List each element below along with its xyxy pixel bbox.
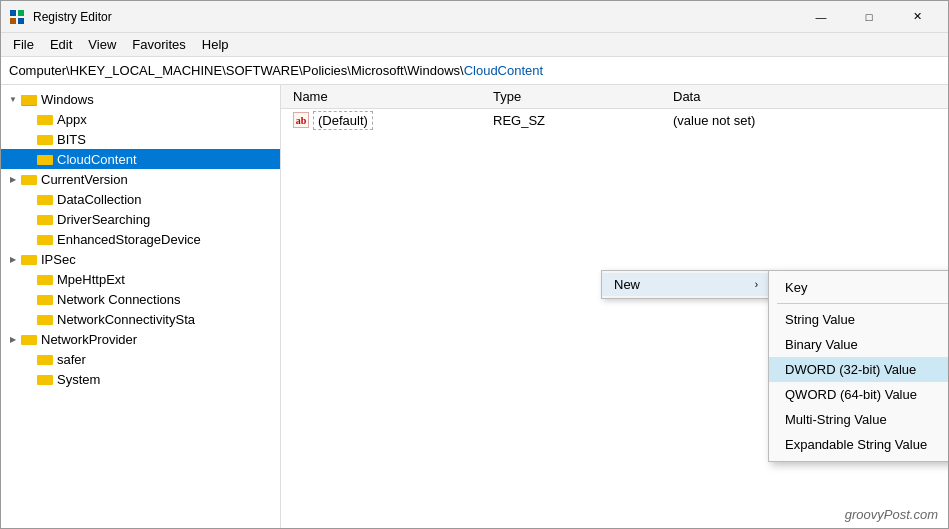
expand-arrow-enhancedstoragedevice [21, 231, 37, 247]
tree-label-safer: safer [57, 352, 86, 367]
col-header-name: Name [285, 89, 485, 104]
window-controls: — □ ✕ [798, 2, 940, 32]
svg-rect-0 [10, 10, 16, 16]
tree-item-currentversion[interactable]: CurrentVersion [1, 169, 280, 189]
expand-arrow-mpehttpext [21, 271, 37, 287]
svg-rect-12 [37, 215, 53, 225]
submenu-item-multi-string[interactable]: Multi-String Value [769, 407, 948, 432]
expand-arrow-windows[interactable] [5, 91, 21, 107]
tree-label-windows: Windows [41, 92, 94, 107]
tree-label-datacollection: DataCollection [57, 192, 142, 207]
submenu-item-string-value[interactable]: String Value [769, 307, 948, 332]
tree-item-networkconnectivitysta[interactable]: NetworkConnectivitySta [1, 309, 280, 329]
expand-arrow-datacollection [21, 191, 37, 207]
tree-item-driversearching[interactable]: DriverSearching [1, 209, 280, 229]
svg-rect-17 [37, 315, 53, 325]
svg-rect-11 [37, 195, 53, 205]
menu-favorites[interactable]: Favorites [124, 35, 193, 54]
svg-rect-3 [18, 18, 24, 24]
minimize-button[interactable]: — [798, 2, 844, 32]
tree-item-windows[interactable]: Windows [1, 89, 280, 109]
submenu-item-key[interactable]: Key [769, 275, 948, 300]
svg-rect-8 [37, 135, 53, 145]
submenu-divider-1 [777, 303, 948, 304]
svg-rect-18 [21, 335, 37, 345]
list-row-default[interactable]: ab (Default) REG_SZ (value not set) [281, 109, 948, 131]
col-header-type: Type [485, 89, 665, 104]
close-button[interactable]: ✕ [894, 2, 940, 32]
svg-rect-2 [10, 18, 16, 24]
window-title: Registry Editor [33, 10, 798, 24]
tree-label-networkconnections: Network Connections [57, 292, 181, 307]
address-path-prefix: Computer\HKEY_LOCAL_MACHINE\SOFTWARE\Pol… [9, 63, 464, 78]
tree-label-bits: BITS [57, 132, 86, 147]
tree-item-cloudcontent[interactable]: CloudContent [1, 149, 280, 169]
expand-arrow-currentversion[interactable] [5, 171, 21, 187]
tree-item-system[interactable]: System [1, 369, 280, 389]
tree-item-bits[interactable]: BITS [1, 129, 280, 149]
registry-editor-window: Registry Editor — □ ✕ File Edit View Fav… [0, 0, 949, 529]
expand-arrow-cloudcontent [21, 151, 37, 167]
expand-arrow-system [21, 371, 37, 387]
tree-label-appx: Appx [57, 112, 87, 127]
menu-view[interactable]: View [80, 35, 124, 54]
new-submenu-trigger[interactable]: New › [601, 270, 771, 299]
submenu-item-binary-value[interactable]: Binary Value [769, 332, 948, 357]
default-value-data: (value not set) [665, 113, 944, 128]
tree-label-enhancedstoragedevice: EnhancedStorageDevice [57, 232, 201, 247]
maximize-button[interactable]: □ [846, 2, 892, 32]
expand-arrow-bits [21, 131, 37, 147]
tree-label-currentversion: CurrentVersion [41, 172, 128, 187]
tree-item-safer[interactable]: safer [1, 349, 280, 369]
svg-rect-13 [37, 235, 53, 245]
tree-label-ipsec: IPSec [41, 252, 76, 267]
menu-bar: File Edit View Favorites Help [1, 33, 948, 57]
app-icon [9, 9, 25, 25]
menu-edit[interactable]: Edit [42, 35, 80, 54]
tree-item-ipsec[interactable]: IPSec [1, 249, 280, 269]
submenu-item-dword-value[interactable]: DWORD (32-bit) Value [769, 357, 948, 382]
submenu-item-expandable-string[interactable]: Expandable String Value [769, 432, 948, 457]
default-value-name: (Default) [313, 111, 373, 130]
right-panel: Name Type Data ab (Default) REG_SZ (valu… [281, 85, 948, 528]
expand-arrow-appx [21, 111, 37, 127]
submenu-popup: Key String Value Binary Value DWORD (32-… [768, 270, 948, 462]
expand-arrow-driversearching [21, 211, 37, 227]
svg-rect-20 [37, 375, 53, 385]
menu-help[interactable]: Help [194, 35, 237, 54]
tree-label-driversearching: DriverSearching [57, 212, 150, 227]
menu-file[interactable]: File [5, 35, 42, 54]
tree-panel[interactable]: Windows Appx BITS [1, 85, 281, 528]
col-header-data: Data [665, 89, 944, 104]
svg-rect-15 [37, 275, 53, 285]
submenu-item-qword-value[interactable]: QWORD (64-bit) Value [769, 382, 948, 407]
expand-arrow-networkconnections [21, 291, 37, 307]
tree-label-cloudcontent: CloudContent [57, 152, 137, 167]
expand-arrow-ipsec[interactable] [5, 251, 21, 267]
watermark: groovyPost.com [845, 507, 938, 522]
address-bar[interactable]: Computer\HKEY_LOCAL_MACHINE\SOFTWARE\Pol… [1, 57, 948, 85]
tree-item-networkconnections[interactable]: Network Connections [1, 289, 280, 309]
expand-arrow-safer [21, 351, 37, 367]
tree-item-networkprovider[interactable]: NetworkProvider [1, 329, 280, 349]
tree-item-enhancedstoragedevice[interactable]: EnhancedStorageDevice [1, 229, 280, 249]
svg-rect-9 [37, 155, 53, 165]
default-value-type: REG_SZ [485, 113, 665, 128]
tree-item-mpehttpext[interactable]: MpeHttpExt [1, 269, 280, 289]
tree-label-system: System [57, 372, 100, 387]
tree-label-networkprovider: NetworkProvider [41, 332, 137, 347]
expand-arrow-networkprovider[interactable] [5, 331, 21, 347]
reg-value-icon: ab [293, 112, 309, 128]
tree-item-appx[interactable]: Appx [1, 109, 280, 129]
svg-rect-1 [18, 10, 24, 16]
expand-arrow-networkconnectivitysta [21, 311, 37, 327]
title-bar: Registry Editor — □ ✕ [1, 1, 948, 33]
svg-rect-7 [37, 115, 53, 125]
list-header: Name Type Data [281, 85, 948, 109]
svg-rect-6 [21, 95, 37, 105]
svg-rect-14 [21, 255, 37, 265]
tree-item-datacollection[interactable]: DataCollection [1, 189, 280, 209]
tree-label-mpehttpext: MpeHttpExt [57, 272, 125, 287]
new-menu-row[interactable]: New › [602, 273, 770, 296]
submenu-arrow-icon: › [755, 279, 758, 290]
